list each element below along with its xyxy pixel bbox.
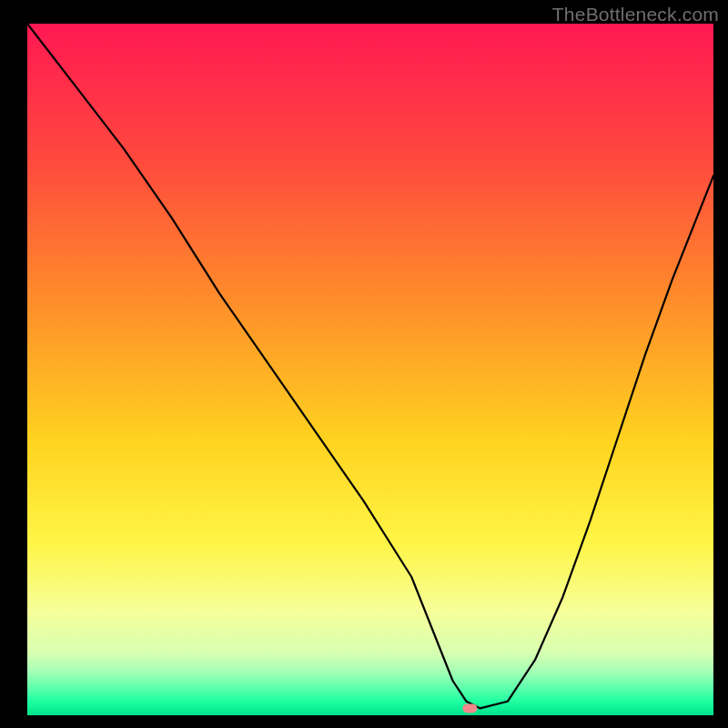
chart-stage: TheBottleneck.com <box>0 0 728 728</box>
gradient-background <box>27 24 713 715</box>
frame-mask <box>713 24 728 715</box>
frame-mask <box>0 715 728 728</box>
frame-mask <box>0 24 27 715</box>
watermark-text: TheBottleneck.com <box>552 4 719 25</box>
optimal-point-marker <box>462 703 477 713</box>
bottleneck-chart <box>0 0 728 728</box>
